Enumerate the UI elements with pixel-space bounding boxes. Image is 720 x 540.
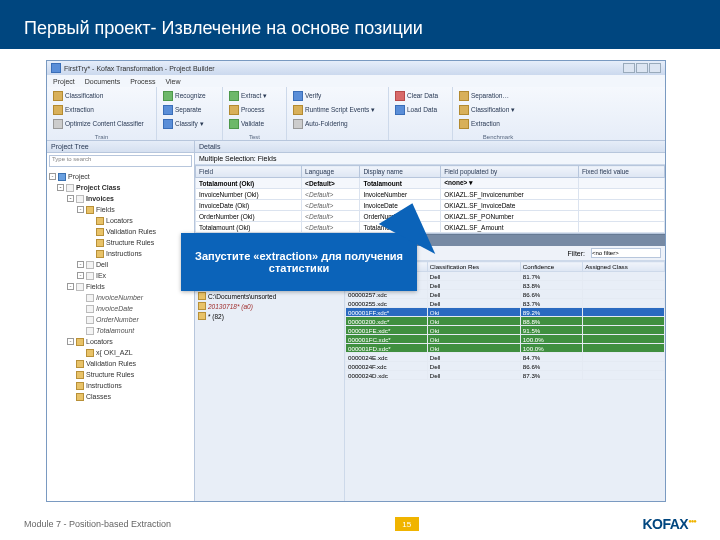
- file-row[interactable]: 000001FD.xdc*Oki100.0%: [346, 344, 665, 353]
- tree-search[interactable]: Type to search: [49, 155, 192, 167]
- tree-node[interactable]: -Project Class: [49, 182, 194, 193]
- tree-node[interactable]: -IEx: [49, 270, 194, 281]
- ribbon-group-bench-label: Benchmark: [453, 134, 543, 140]
- tree-node[interactable]: -Locators: [49, 336, 194, 347]
- file-row[interactable]: 000001FC.xdc*Oki100.0%: [346, 335, 665, 344]
- grid-column-header[interactable]: Language: [302, 166, 360, 178]
- menu-process[interactable]: Process: [130, 78, 155, 85]
- ribbon-validate[interactable]: Validate: [229, 117, 280, 130]
- document-sets: Test Set C:\Documents\Golden Benchmark S…: [195, 261, 345, 501]
- file-column-header[interactable]: Assigned Class: [583, 262, 665, 272]
- slide-title: Первый проект- Извлечение на основе пози…: [0, 0, 720, 49]
- bench-set-row[interactable]: C:\Documents\unsorted: [195, 291, 344, 301]
- file-column-header[interactable]: Confidence: [520, 262, 582, 272]
- ribbon-separation[interactable]: Separation…: [459, 89, 537, 102]
- maximize-button[interactable]: [636, 63, 648, 73]
- ribbon-benchclass[interactable]: Classification ▾: [459, 103, 537, 116]
- ribbon: Classification Extraction Optimize Conte…: [47, 87, 665, 141]
- tree-node[interactable]: InvoiceNumber: [49, 292, 194, 303]
- grid-column-header[interactable]: Fixed field value: [578, 166, 664, 178]
- grid-row[interactable]: InvoiceDate (Oki)<Default>InvoiceDateOKI…: [196, 200, 665, 211]
- module-label: Module 7 - Position-based Extraction: [24, 519, 171, 529]
- grid-row[interactable]: Totalamount (Oki)<Default>Totalamount<no…: [196, 178, 665, 189]
- grid-column-header[interactable]: Display name: [360, 166, 441, 178]
- kofax-logo: KOFAX: [642, 516, 696, 532]
- tree-node[interactable]: Structure Rules: [49, 237, 194, 248]
- ribbon-group-test-label: Test: [223, 134, 286, 140]
- close-button[interactable]: [649, 63, 661, 73]
- tree-node[interactable]: x{ OKI_AZL: [49, 347, 194, 358]
- tree-node[interactable]: Validation Rules: [49, 226, 194, 237]
- ribbon-classify[interactable]: Classify ▾: [163, 117, 216, 130]
- tree-node[interactable]: -Fields: [49, 281, 194, 292]
- file-row[interactable]: 0000024D.xdcDell87.3%: [346, 371, 665, 380]
- file-row[interactable]: 000001FF.xdc*Oki89.2%: [346, 308, 665, 317]
- tree-node[interactable]: InvoiceDate: [49, 303, 194, 314]
- tree-node[interactable]: -Fields: [49, 204, 194, 215]
- tree-list[interactable]: -Project-Project Class-Invoices-FieldsLo…: [47, 169, 194, 501]
- ribbon-autofoldering[interactable]: Auto-Foldering: [293, 117, 382, 130]
- grid-column-header[interactable]: Field: [196, 166, 302, 178]
- file-row[interactable]: 0000024E.xdcDell84.7%: [346, 353, 665, 362]
- details-subheader: Multiple Selection: Fields: [199, 155, 276, 162]
- tree-node[interactable]: Instructions: [49, 248, 194, 259]
- ribbon-optimize[interactable]: Optimize Content Classifier: [53, 117, 150, 130]
- tree-node[interactable]: Locators: [49, 215, 194, 226]
- ribbon-verify[interactable]: Verify: [293, 89, 382, 102]
- titlebar: FirstTry* - Kofax Transformation - Proje…: [47, 61, 665, 75]
- menu-documents[interactable]: Documents: [85, 78, 120, 85]
- ribbon-extraction[interactable]: Extraction: [53, 103, 150, 116]
- filter-label: Filter:: [568, 250, 586, 257]
- ribbon-classification[interactable]: Classification: [53, 89, 150, 102]
- tree-node[interactable]: Validation Rules: [49, 358, 194, 369]
- app-icon: [51, 63, 61, 73]
- file-row[interactable]: 000001FE.xdc*Oki91.5%: [346, 326, 665, 335]
- grid-row[interactable]: InvoiceNumber (Oki)<Default>InvoiceNumbe…: [196, 189, 665, 200]
- tree-node[interactable]: OrderNumber: [49, 314, 194, 325]
- file-row[interactable]: 0000024F.xdcDell86.6%: [346, 362, 665, 371]
- tree-node[interactable]: Structure Rules: [49, 369, 194, 380]
- file-column-header[interactable]: Classification Res: [427, 262, 520, 272]
- ribbon-cleardata[interactable]: Clear Data: [395, 89, 446, 102]
- window-title: FirstTry* - Kofax Transformation - Proje…: [64, 65, 215, 72]
- file-table[interactable]: FilenameClassification ResConfidenceAssi…: [345, 261, 665, 501]
- details-header: Details: [195, 141, 665, 153]
- bench-set-row[interactable]: 20130718* (a0): [195, 301, 344, 311]
- minimize-button[interactable]: [623, 63, 635, 73]
- ribbon-benchextract[interactable]: Extraction: [459, 117, 537, 130]
- menu-project[interactable]: Project: [53, 78, 75, 85]
- menubar: Project Documents Process View: [47, 75, 665, 87]
- callout-box: Запустите «extraction» для получения ста…: [181, 233, 417, 291]
- ribbon-recognize[interactable]: Recognize: [163, 89, 216, 102]
- project-tree-header: Project Tree: [47, 141, 194, 153]
- tree-node[interactable]: Totalamount: [49, 325, 194, 336]
- grid-column-header[interactable]: Field populated by: [441, 166, 579, 178]
- app-window: FirstTry* - Kofax Transformation - Proje…: [46, 60, 666, 502]
- ribbon-extract[interactable]: Extract ▾: [229, 89, 280, 102]
- bench-set-row[interactable]: * (82): [195, 311, 344, 321]
- file-row[interactable]: 00000200.xdc*Oki88.8%: [346, 317, 665, 326]
- filter-input[interactable]: [591, 248, 661, 258]
- menu-view[interactable]: View: [166, 78, 181, 85]
- tree-node[interactable]: -Invoices: [49, 193, 194, 204]
- ribbon-process[interactable]: Process: [229, 103, 280, 116]
- ribbon-loaddata[interactable]: Load Data: [395, 103, 446, 116]
- ribbon-group-train-label: Train: [47, 134, 156, 140]
- tree-node[interactable]: Classes: [49, 391, 194, 402]
- file-row[interactable]: 00000255.xdcDell83.7%: [346, 299, 665, 308]
- project-tree-panel: Project Tree Type to search -Project-Pro…: [47, 141, 195, 501]
- tree-node[interactable]: -Dell: [49, 259, 194, 270]
- tree-node[interactable]: -Project: [49, 171, 194, 182]
- ribbon-separate[interactable]: Separate: [163, 103, 216, 116]
- page-number: 15: [395, 517, 419, 531]
- tree-node[interactable]: Instructions: [49, 380, 194, 391]
- ribbon-scriptevents[interactable]: Runtime Script Events ▾: [293, 103, 382, 116]
